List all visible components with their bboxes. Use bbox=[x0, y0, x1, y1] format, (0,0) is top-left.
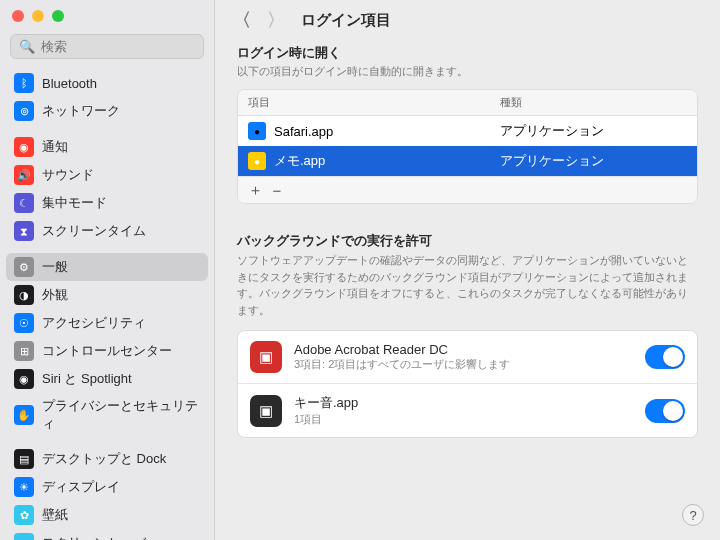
search-box[interactable]: 🔍 bbox=[10, 34, 204, 59]
sidebar-item-label: Siri と Spotlight bbox=[42, 370, 132, 388]
sidebar-item-label: コントロールセンター bbox=[42, 342, 172, 360]
app-icon: ● bbox=[248, 122, 266, 140]
row-kind: アプリケーション bbox=[490, 146, 697, 176]
login-items-panel: 項目 種類 ●Safari.appアプリケーション●メモ.appアプリケーション… bbox=[237, 89, 698, 204]
search-icon: 🔍 bbox=[19, 39, 35, 54]
minimize-dot[interactable] bbox=[32, 10, 44, 22]
sidebar-item-label: スクリーンタイム bbox=[42, 222, 146, 240]
wallpaper-icon: ✿ bbox=[14, 505, 34, 525]
login-open-section: ログイン時に開く 以下の項目がログイン時に自動的に開きます。 項目 種類 ●Sa… bbox=[237, 44, 698, 204]
appearance-icon: ◑ bbox=[14, 285, 34, 305]
row-name: メモ.app bbox=[274, 152, 325, 170]
sidebar-item-screensaver[interactable]: ▦スクリーンセーバ bbox=[6, 529, 208, 540]
table-actions: ＋ − bbox=[238, 176, 697, 203]
sidebar-item-controlcenter[interactable]: ⊞コントロールセンター bbox=[6, 337, 208, 365]
sidebar-item-siri[interactable]: ◉Siri と Spotlight bbox=[6, 365, 208, 393]
sidebar-item-appearance[interactable]: ◑外観 bbox=[6, 281, 208, 309]
focus-icon: ☾ bbox=[14, 193, 34, 213]
back-button[interactable]: 〈 bbox=[233, 8, 251, 32]
sidebar-item-label: プライバシーとセキュリティ bbox=[42, 397, 200, 433]
bg-app-icon: ▣ bbox=[250, 395, 282, 427]
forward-button: 〉 bbox=[267, 8, 285, 32]
remove-button[interactable]: − bbox=[266, 180, 288, 200]
sidebar-item-label: 外観 bbox=[42, 286, 68, 304]
sidebar-item-label: ディスプレイ bbox=[42, 478, 120, 496]
bg-section-desc: ソフトウェアアップデートの確認やデータの同期など、アプリケーションが開いていない… bbox=[237, 252, 698, 318]
sidebar-nav: ᛒBluetooth⊚ネットワーク◉通知🔊サウンド☾集中モード⧗スクリーンタイム… bbox=[0, 69, 214, 540]
sidebar-item-label: ネットワーク bbox=[42, 102, 120, 120]
sidebar-item-accessibility[interactable]: ☉アクセシビリティ bbox=[6, 309, 208, 337]
notifications-icon: ◉ bbox=[14, 137, 34, 157]
search-container: 🔍 bbox=[10, 34, 204, 59]
sidebar-item-display[interactable]: ☀ディスプレイ bbox=[6, 473, 208, 501]
sidebar-item-focus[interactable]: ☾集中モード bbox=[6, 189, 208, 217]
app-icon: ● bbox=[248, 152, 266, 170]
sidebar-item-label: 集中モード bbox=[42, 194, 107, 212]
desktop-icon: ▤ bbox=[14, 449, 34, 469]
add-button[interactable]: ＋ bbox=[244, 180, 266, 200]
sidebar-item-bluetooth[interactable]: ᛒBluetooth bbox=[6, 69, 208, 97]
sidebar-item-label: アクセシビリティ bbox=[42, 314, 146, 332]
sidebar-item-network[interactable]: ⊚ネットワーク bbox=[6, 97, 208, 125]
sidebar-item-wallpaper[interactable]: ✿壁紙 bbox=[6, 501, 208, 529]
sidebar-item-label: デスクトップと Dock bbox=[42, 450, 166, 468]
bg-item-sub: 1項目 bbox=[294, 412, 633, 427]
sidebar-item-general[interactable]: ⚙一般 bbox=[6, 253, 208, 281]
sidebar-item-label: スクリーンセーバ bbox=[42, 534, 146, 540]
accessibility-icon: ☉ bbox=[14, 313, 34, 333]
help-button[interactable]: ? bbox=[682, 504, 704, 526]
row-name: Safari.app bbox=[274, 124, 333, 139]
controlcenter-icon: ⊞ bbox=[14, 341, 34, 361]
network-icon: ⊚ bbox=[14, 101, 34, 121]
screensaver-icon: ▦ bbox=[14, 533, 34, 540]
general-icon: ⚙ bbox=[14, 257, 34, 277]
bg-item-name: キー音.app bbox=[294, 394, 633, 412]
row-kind: アプリケーション bbox=[490, 116, 697, 146]
window-controls bbox=[0, 0, 214, 30]
display-icon: ☀ bbox=[14, 477, 34, 497]
close-dot[interactable] bbox=[12, 10, 24, 22]
bg-section-title: バックグラウンドでの実行を許可 bbox=[237, 232, 698, 250]
sidebar-item-privacy[interactable]: ✋プライバシーとセキュリティ bbox=[6, 393, 208, 437]
login-section-subtitle: 以下の項目がログイン時に自動的に開きます。 bbox=[237, 64, 698, 79]
sidebar-item-label: Bluetooth bbox=[42, 76, 97, 91]
privacy-icon: ✋ bbox=[14, 405, 34, 425]
sidebar-item-label: サウンド bbox=[42, 166, 94, 184]
background-section: バックグラウンドでの実行を許可 ソフトウェアアップデートの確認やデータの同期など… bbox=[237, 232, 698, 438]
login-section-title: ログイン時に開く bbox=[237, 44, 698, 62]
table-row[interactable]: ●メモ.appアプリケーション bbox=[238, 146, 697, 176]
bg-app-icon: ▣ bbox=[250, 341, 282, 373]
header: 〈 〉 ログイン項目 bbox=[215, 0, 720, 32]
sidebar-item-desktop[interactable]: ▤デスクトップと Dock bbox=[6, 445, 208, 473]
bg-toggle[interactable] bbox=[645, 345, 685, 369]
sidebar-item-sound[interactable]: 🔊サウンド bbox=[6, 161, 208, 189]
bg-item: ▣キー音.app1項目 bbox=[238, 383, 697, 437]
page-title: ログイン項目 bbox=[301, 11, 391, 30]
bg-toggle[interactable] bbox=[645, 399, 685, 423]
search-input[interactable] bbox=[41, 39, 195, 54]
zoom-dot[interactable] bbox=[52, 10, 64, 22]
col-item: 項目 bbox=[238, 90, 490, 115]
siri-icon: ◉ bbox=[14, 369, 34, 389]
sidebar-item-screentime[interactable]: ⧗スクリーンタイム bbox=[6, 217, 208, 245]
sidebar-item-notifications[interactable]: ◉通知 bbox=[6, 133, 208, 161]
bg-item: ▣Adobe Acrobat Reader DC3項目: 2項目はすべてのユーザ… bbox=[238, 331, 697, 383]
bg-items-panel: ▣Adobe Acrobat Reader DC3項目: 2項目はすべてのユーザ… bbox=[237, 330, 698, 438]
screentime-icon: ⧗ bbox=[14, 221, 34, 241]
col-kind: 種類 bbox=[490, 90, 697, 115]
sidebar-item-label: 通知 bbox=[42, 138, 68, 156]
bluetooth-icon: ᛒ bbox=[14, 73, 34, 93]
table-header: 項目 種類 bbox=[238, 90, 697, 116]
table-row[interactable]: ●Safari.appアプリケーション bbox=[238, 116, 697, 146]
sidebar-item-label: 一般 bbox=[42, 258, 68, 276]
sound-icon: 🔊 bbox=[14, 165, 34, 185]
sidebar-item-label: 壁紙 bbox=[42, 506, 68, 524]
bg-item-name: Adobe Acrobat Reader DC bbox=[294, 342, 633, 357]
bg-item-sub: 3項目: 2項目はすべてのユーザに影響します bbox=[294, 357, 633, 372]
